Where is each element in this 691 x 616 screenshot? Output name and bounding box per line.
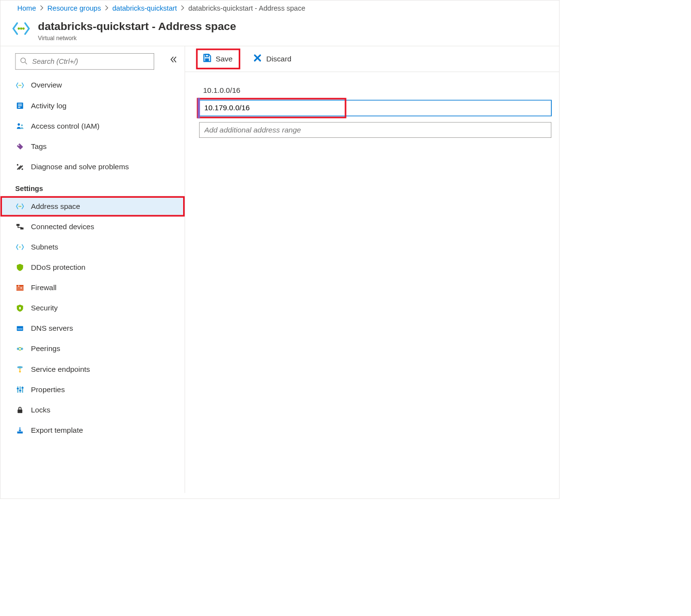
sidebar-item-label: DDoS protection <box>31 263 86 272</box>
sidebar-item-label: Access control (IAM) <box>31 122 100 131</box>
svg-rect-18 <box>16 224 19 226</box>
svg-text:www: www <box>17 328 23 330</box>
sidebar-item-label: Locks <box>31 406 50 414</box>
svg-rect-9 <box>18 105 22 106</box>
chevron-right-icon <box>181 5 184 12</box>
svg-point-5 <box>19 85 20 86</box>
breadcrumb-current: databricks-quickstart - Address space <box>188 4 305 13</box>
svg-rect-26 <box>19 307 21 309</box>
sidebar-item-overview[interactable]: Overview <box>0 75 185 95</box>
sidebar-item-tags[interactable]: Tags <box>0 136 185 157</box>
svg-rect-38 <box>22 387 24 388</box>
breadcrumb-home[interactable]: Home <box>17 4 36 13</box>
vnet-icon <box>15 242 25 251</box>
firewall-icon <box>15 283 25 292</box>
sidebar-item-address-space[interactable]: Address space <box>0 196 185 217</box>
sidebar-item-peerings[interactable]: Peerings <box>0 338 185 359</box>
sidebar-item-subnets[interactable]: Subnets <box>0 237 185 257</box>
sidebar-item-label: Tags <box>31 142 47 151</box>
discard-button-label: Discard <box>266 55 291 63</box>
vnet-icon <box>15 81 25 90</box>
svg-rect-42 <box>205 55 208 57</box>
connected-devices-icon <box>15 222 25 231</box>
svg-rect-33 <box>17 386 18 393</box>
sidebar-item-label: Peerings <box>31 345 60 353</box>
svg-point-20 <box>19 247 20 248</box>
svg-rect-36 <box>17 388 19 389</box>
save-button-label: Save <box>216 55 232 63</box>
diagnose-icon <box>15 162 25 171</box>
page-title: databricks-quickstart - Address space <box>38 20 236 33</box>
svg-rect-43 <box>205 59 209 61</box>
sidebar-item-activity-log[interactable]: Activity log <box>0 96 185 116</box>
sidebar-item-label: Diagnose and solve problems <box>31 162 129 171</box>
dns-icon: www <box>15 324 25 333</box>
endpoints-icon <box>15 365 25 374</box>
svg-point-13 <box>18 145 20 146</box>
svg-marker-32 <box>19 371 21 373</box>
sidebar-item-label: Security <box>31 304 58 312</box>
sidebar-item-label: Activity log <box>31 102 67 110</box>
svg-point-14 <box>17 164 18 165</box>
svg-point-11 <box>17 123 20 126</box>
sidebar-item-label: Firewall <box>31 283 57 292</box>
breadcrumb-group[interactable]: databricks-quickstart <box>112 4 177 13</box>
svg-point-15 <box>22 168 23 170</box>
svg-rect-8 <box>18 104 22 105</box>
sidebar-item-iam[interactable]: Access control (IAM) <box>0 116 185 136</box>
svg-rect-34 <box>19 386 20 393</box>
sidebar-item-label: Properties <box>31 385 65 394</box>
save-button[interactable]: Save <box>197 49 240 69</box>
close-icon <box>253 53 262 64</box>
shield-icon <box>15 304 25 313</box>
svg-line-4 <box>25 62 27 64</box>
svg-point-2 <box>22 28 25 30</box>
discard-button[interactable]: Discard <box>247 51 297 67</box>
tag-icon <box>15 142 25 151</box>
address-range-existing: 10.1.0.0/16 <box>199 83 559 99</box>
svg-rect-39 <box>17 410 22 413</box>
svg-point-16 <box>19 206 20 207</box>
sidebar-item-export-template[interactable]: Export template <box>0 420 185 440</box>
svg-point-6 <box>20 85 21 86</box>
peerings-icon <box>15 344 25 353</box>
sidebar-item-label: Overview <box>31 81 62 90</box>
command-bar: Save Discard <box>185 46 559 72</box>
svg-marker-41 <box>18 430 21 431</box>
breadcrumb-resource-groups[interactable]: Resource groups <box>47 4 101 13</box>
svg-point-17 <box>20 206 21 207</box>
svg-point-31 <box>17 366 23 368</box>
sidebar-item-label: DNS servers <box>31 324 73 333</box>
sidebar-item-diagnose[interactable]: Diagnose and solve problems <box>0 157 185 177</box>
sidebar-item-locks[interactable]: Locks <box>0 400 185 420</box>
chevron-right-icon <box>40 5 43 12</box>
svg-point-12 <box>21 124 23 126</box>
sidebar-item-service-endpoints[interactable]: Service endpoints <box>0 359 185 380</box>
breadcrumb: Home Resource groups databricks-quicksta… <box>0 0 559 16</box>
sidebar-item-label: Address space <box>31 202 80 211</box>
address-range-add-input[interactable] <box>199 122 551 138</box>
page-subtitle: Virtual network <box>38 34 236 41</box>
export-icon <box>15 425 25 435</box>
sidebar-item-label: Export template <box>31 426 83 435</box>
svg-rect-40 <box>17 431 23 433</box>
svg-point-0 <box>17 28 20 30</box>
sidebar-item-dns[interactable]: www DNS servers <box>0 318 185 338</box>
svg-rect-37 <box>19 390 21 391</box>
svg-rect-10 <box>18 107 20 108</box>
vnet-icon <box>11 19 30 38</box>
sidebar-item-ddos[interactable]: DDoS protection <box>0 257 185 278</box>
address-range-input[interactable] <box>199 100 551 116</box>
page-title-block: databricks-quickstart - Address space Vi… <box>0 16 559 46</box>
sidebar-item-label: Connected devices <box>31 222 94 231</box>
chevron-right-icon <box>105 5 108 12</box>
sidebar-item-firewall[interactable]: Firewall <box>0 278 185 298</box>
svg-rect-21 <box>16 285 24 291</box>
search-icon <box>20 57 28 66</box>
search-input[interactable] <box>15 53 154 70</box>
sidebar-item-properties[interactable]: Properties <box>0 380 185 400</box>
main-content: Save Discard 10.1.0.0/16 <box>185 46 559 493</box>
sidebar-item-security[interactable]: Security <box>0 298 185 318</box>
properties-icon <box>15 385 25 394</box>
sidebar-item-connected-devices[interactable]: Connected devices <box>0 217 185 237</box>
